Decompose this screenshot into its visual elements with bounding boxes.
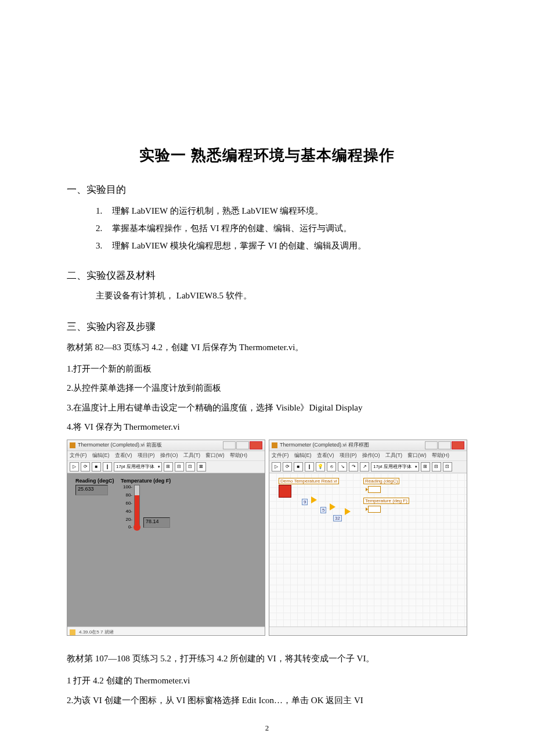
step: 3.在温度计上用右键单击设定一个精确的温度值，选择 Visible》Digita… [67, 401, 467, 416]
thermometer-scale: 100- 80- 60- 40- 20- 0- [121, 486, 132, 528]
purpose-num: 3. [96, 237, 112, 254]
purpose-item: 3.理解 LabVIEW 模块化编程思想，掌握子 VI 的创建、编辑及调用。 [96, 237, 467, 254]
reading-terminal-label: Reading (degC) [363, 478, 399, 484]
menu-edit[interactable]: 编辑(E) [294, 452, 312, 459]
scale-tick: 20- [125, 517, 132, 522]
divide-node[interactable] [330, 503, 335, 510]
thermometer-fill [135, 495, 139, 527]
toolbar: ▷ ⟳ ■ ‖ 💡 ⎋ ↘ ↷ ↗ 17pt 应用程序字体 ⊞ ⊟ ⊡ 🌡 [269, 461, 467, 473]
reading-value[interactable]: 25.633 [75, 485, 108, 495]
font-select[interactable]: 17pt 应用程序字体 [371, 462, 419, 471]
reading-indicator: Reading (degC) 25.633 [75, 478, 114, 495]
align-button[interactable]: ⊞ [164, 462, 173, 471]
run-continuous-button[interactable]: ⟳ [283, 462, 292, 471]
run-button[interactable]: ▷ [70, 462, 79, 471]
menu-view[interactable]: 查看(V) [115, 452, 132, 459]
cleanup-button[interactable]: ⊡ [443, 462, 452, 471]
purpose-text: 理解 LabVIEW 模块化编程思想，掌握子 VI 的创建、编辑及调用。 [112, 237, 366, 254]
scale-tick: 100- [123, 484, 132, 489]
thermometer-bulb [134, 524, 140, 531]
step: 4.将 VI 保存为 Thermometer.vi [67, 420, 467, 435]
menu-tools[interactable]: 工具(T) [385, 452, 403, 459]
statusbar [269, 627, 467, 636]
reorder-button[interactable]: ⊠ [197, 462, 206, 471]
menubar: 文件(F) 编辑(E) 查看(V) 项目(P) 操作(O) 工具(T) 窗口(W… [67, 451, 265, 461]
equipment-text: 主要设备有计算机， LabVIEW8.5 软件。 [96, 288, 467, 304]
thermometer-tube[interactable] [134, 485, 140, 528]
menu-help[interactable]: 帮助(H) [230, 452, 248, 459]
constant-5[interactable]: 5 [320, 507, 326, 513]
distribute-button[interactable]: ⊟ [432, 462, 441, 471]
step-over-button[interactable]: ↷ [349, 462, 358, 471]
subvi-label: Demo Temperature Read.vi [279, 478, 339, 484]
thermometer-digital[interactable]: 78.14 [143, 517, 170, 528]
reading-terminal[interactable] [368, 486, 381, 493]
menu-help[interactable]: 帮助(H) [432, 452, 450, 459]
window-controls [223, 441, 262, 449]
resize-button[interactable]: ⊡ [186, 462, 195, 471]
toolbar: ▷ ⟳ ■ ‖ 17pt 应用程序字体 ⊞ ⊟ ⊡ ⊠ 🌡 [67, 461, 265, 473]
close-button[interactable] [452, 441, 464, 449]
pause-button[interactable]: ‖ [305, 462, 314, 471]
step-into-button[interactable]: ↘ [338, 462, 347, 471]
step: 2.从控件菜单选择一个温度计放到前面板 [67, 381, 467, 396]
window-controls [425, 441, 464, 449]
statusbar: 4.39.0在5 7 就绪 [67, 627, 265, 636]
minimize-button[interactable] [223, 441, 236, 449]
retain-wire-button[interactable]: ⎋ [327, 462, 336, 471]
purpose-text: 掌握基本编程操作，包括 VI 程序的创建、编辑、运行与调试。 [112, 219, 352, 237]
step-out-button[interactable]: ↗ [360, 462, 369, 471]
purpose-item: 1.理解 LabVIEW 的运行机制，熟悉 LabVIEW 编程环境。 [96, 202, 467, 219]
subvi-node[interactable] [279, 485, 291, 498]
add-node[interactable] [345, 508, 351, 515]
abort-button[interactable]: ■ [92, 462, 101, 471]
font-select[interactable]: 17pt 应用程序字体 [114, 462, 162, 471]
menu-operate[interactable]: 操作(O) [362, 452, 380, 459]
pause-button[interactable]: ‖ [103, 462, 112, 471]
distribute-button[interactable]: ⊟ [175, 462, 184, 471]
abort-button[interactable]: ■ [294, 462, 303, 471]
run-continuous-button[interactable]: ⟳ [81, 462, 90, 471]
purpose-num: 1. [96, 202, 112, 219]
thermometer-indicator: Temperature (deg F) 100- 80- 60- 40- 20-… [121, 478, 171, 528]
purpose-list: 1.理解 LabVIEW 的运行机制，熟悉 LabVIEW 编程环境。 2.掌握… [67, 202, 467, 254]
menu-operate[interactable]: 操作(O) [160, 452, 178, 459]
page-number: 2 [0, 723, 534, 733]
multiply-node[interactable] [311, 496, 317, 503]
constant-32[interactable]: 32 [333, 515, 342, 521]
vi-icon-pane[interactable]: 🌡 [450, 440, 464, 440]
window-titlebar: Thermometer (Completed).vi 前面板 [67, 440, 265, 451]
menu-file[interactable]: 文件(F) [70, 452, 87, 459]
run-button[interactable]: ▷ [272, 462, 281, 471]
temperature-terminal[interactable] [368, 506, 381, 513]
align-button[interactable]: ⊞ [421, 462, 430, 471]
menu-window[interactable]: 窗口(W) [407, 452, 427, 459]
block-diagram-canvas[interactable]: Demo Temperature Read.vi Reading (degC) … [269, 473, 467, 627]
followup-intro: 教材第 107—108 页练习 5.2，打开练习 4.2 所创建的 VI，将其转… [67, 650, 467, 667]
page-title: 实验一 熟悉编程环境与基本编程操作 [67, 145, 467, 165]
front-panel-canvas[interactable]: Reading (degC) 25.633 Temperature (deg F… [67, 473, 265, 627]
close-button[interactable] [250, 441, 262, 449]
menu-project[interactable]: 项目(P) [340, 452, 357, 459]
highlight-button[interactable]: 💡 [316, 462, 325, 471]
constant-9[interactable]: 9 [302, 499, 308, 505]
menu-project[interactable]: 项目(P) [138, 452, 155, 459]
purpose-text: 理解 LabVIEW 的运行机制，熟悉 LabVIEW 编程环境。 [112, 202, 323, 219]
menu-edit[interactable]: 编辑(E) [92, 452, 110, 459]
vi-icon-pane[interactable]: 🌡 [248, 440, 262, 440]
minimize-button[interactable] [425, 441, 438, 449]
step: 1.打开一个新的前面板 [67, 362, 467, 377]
menubar: 文件(F) 编辑(E) 查看(V) 项目(P) 操作(O) 工具(T) 窗口(W… [269, 451, 467, 461]
menu-tools[interactable]: 工具(T) [183, 452, 201, 459]
status-text: 4.39.0在5 7 就绪 [79, 629, 114, 635]
maximize-button[interactable] [438, 441, 451, 449]
menu-file[interactable]: 文件(F) [272, 452, 289, 459]
scale-tick: 40- [125, 509, 132, 514]
menu-window[interactable]: 窗口(W) [205, 452, 225, 459]
menu-view[interactable]: 查看(V) [317, 452, 334, 459]
window-title: Thermometer (Completed).vi 前面板 [78, 441, 223, 449]
labview-front-panel-window: Thermometer (Completed).vi 前面板 文件(F) 编辑(… [67, 440, 265, 636]
maximize-button[interactable] [236, 441, 249, 449]
labview-block-diagram-window: Thermometer (Completed).vi 程序框图 文件(F) 编辑… [269, 440, 467, 636]
reading-label: Reading (degC) [75, 478, 114, 484]
